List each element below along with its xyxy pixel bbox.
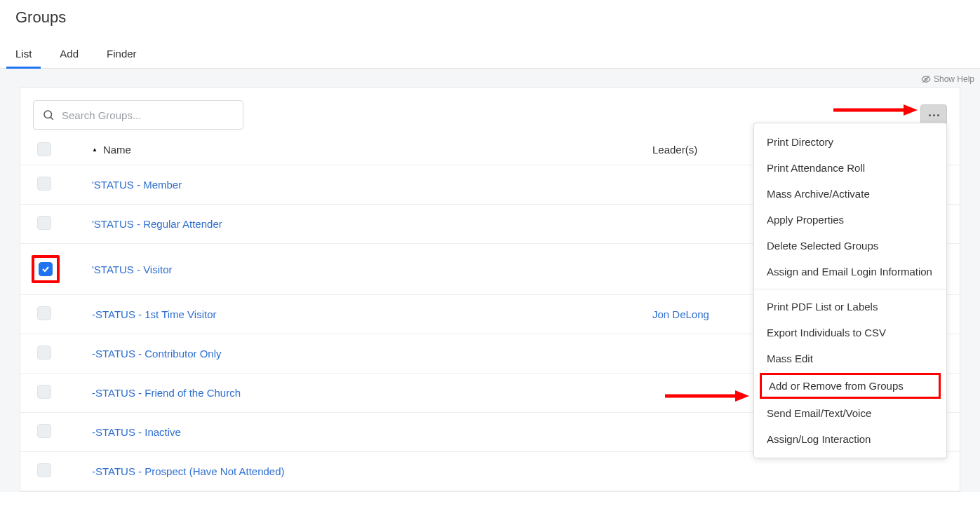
tab-list[interactable]: List [15,41,32,68]
group-link[interactable]: -STATUS - Inactive [75,426,181,438]
group-link[interactable]: 'STATUS - Regular Attender [75,218,222,230]
group-link[interactable]: 'STATUS - Member [75,179,182,191]
search-groups-box[interactable] [33,100,243,130]
group-link[interactable]: -STATUS - Friend of the Church [75,387,241,399]
content-area: Show Help Print DirectoryPrint Attendanc… [0,69,980,492]
menu-item[interactable]: Assign and Email Login Information [754,259,946,285]
select-all-checkbox[interactable] [37,142,51,156]
show-help[interactable]: Show Help [0,69,980,87]
row-checkbox[interactable] [37,346,51,360]
tabs-bar: ListAddFinder [0,41,980,69]
tab-finder[interactable]: Finder [107,41,137,68]
group-link[interactable]: -STATUS - Contributor Only [75,348,221,360]
svg-point-2 [44,111,52,118]
group-link[interactable]: -STATUS - 1st Time Visitor [75,308,217,320]
row-checkbox[interactable] [37,216,51,230]
row-checkbox[interactable] [37,177,51,191]
search-input[interactable] [60,109,234,122]
row-checkbox[interactable] [37,463,51,477]
sort-asc-icon: ▲ [92,146,98,153]
group-link[interactable]: -STATUS - Prospect (Have Not Attended) [75,465,285,477]
menu-item[interactable]: Delete Selected Groups [754,233,946,259]
menu-item[interactable]: Apply Properties [754,207,946,233]
groups-card: Print DirectoryPrint Attendance RollMass… [20,87,960,492]
leaders-header-label: Leader(s) [652,144,697,156]
menu-item[interactable]: Mass Archive/Activate [754,181,946,207]
show-help-label: Show Help [934,74,974,84]
page-title: Groups [0,0,980,32]
menu-item[interactable]: Export Individuals to CSV [754,320,946,346]
row-checkbox[interactable] [37,424,51,438]
menu-item[interactable]: Print Attendance Roll [754,155,946,181]
search-icon [42,109,55,121]
row-checkbox[interactable] [37,306,51,320]
menu-item[interactable]: Print PDF List or Labels [754,294,946,320]
tab-add[interactable]: Add [60,41,79,68]
eye-off-icon [921,74,931,84]
name-header-label: Name [103,144,131,156]
menu-item[interactable]: Mass Edit [754,346,946,371]
menu-item[interactable]: Add or Remove from Groups [760,373,941,399]
menu-item[interactable]: Send Email/Text/Voice [754,400,946,426]
menu-divider [754,289,946,289]
row-checkbox[interactable] [39,262,53,276]
menu-item[interactable]: Assign/Log Interaction [754,426,946,452]
svg-line-3 [51,117,53,119]
leader-link[interactable]: Jon DeLong [652,308,709,320]
column-header-name[interactable]: ▲ Name [75,144,652,156]
actions-dropdown: Print DirectoryPrint Attendance RollMass… [753,123,947,458]
group-link[interactable]: 'STATUS - Visitor [75,264,173,275]
menu-item[interactable]: Print Directory [754,129,946,155]
row-checkbox[interactable] [37,385,51,399]
